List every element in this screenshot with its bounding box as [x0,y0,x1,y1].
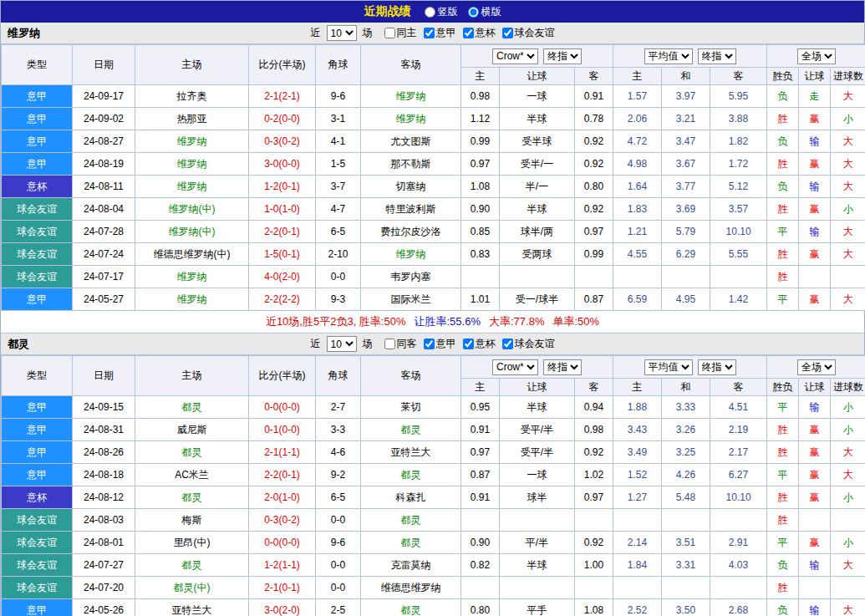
filter-checkbox-input[interactable] [463,28,474,38]
euro-home-odds-cell: 6.59 [613,288,662,311]
table-row: 球会友谊24-07-17维罗纳4-0(2-0)0-0韦罗内塞胜 [2,266,865,288]
asian-home-odds-cell [461,577,500,599]
corner-cell: 9-2 [316,464,361,486]
away-team-cell: 国际米兰 [361,288,461,311]
date-cell: 24-08-11 [73,176,135,198]
corner-cell: 4-7 [316,198,361,221]
result-goals-cell: 小 [831,532,865,554]
away-team-cell: 都灵 [361,532,461,554]
euro-draw-odds-cell: 3.51 [662,532,710,554]
asian-away-odds-cell: 0.99 [575,243,613,266]
filter-checkbox-2[interactable]: 意杯 [458,337,496,351]
score-cell: 2-2(0-1) [249,221,316,243]
filter-checkbox-3[interactable]: 球会友谊 [497,337,555,351]
score-cell: 0-0(0-0) [249,532,316,554]
league-type-cell: 意甲 [2,396,73,419]
asian-handicap-cell: 半/一 [500,176,575,198]
euro-stage-select[interactable]: 终指 [698,48,736,64]
col-corner: 角球 [316,356,361,396]
corner-cell: 0-0 [316,509,361,532]
league-type-cell: 球会友谊 [2,532,73,554]
filter-checkbox-label: 球会友谊 [515,337,555,351]
filter-checkbox-1[interactable]: 意甲 [419,26,456,40]
filter-checkbox-0[interactable]: 同客 [379,337,417,351]
corner-cell: 9-3 [316,288,361,311]
layout-radio-vertical-input[interactable] [425,7,435,18]
asian-stage-select[interactable]: 终指 [543,48,582,64]
layout-radio-vertical[interactable]: 竖版 [425,5,458,19]
layout-radio-horizontal-input[interactable] [468,7,479,18]
filter-checkbox-input[interactable] [502,28,513,38]
euro-away-odds-cell: 10.10 [710,486,767,509]
filter-checkbox-input[interactable] [384,339,395,349]
corner-cell: 4-1 [316,130,361,153]
filter-checkbox-input[interactable] [502,339,513,349]
asian-source-select[interactable]: Crow* [492,359,538,375]
away-team-cell: 切塞纳 [361,176,461,198]
euro-source-select[interactable]: 平均值 [644,359,693,375]
team-section: 维罗纳 近 10 场 同主意甲意杯球会友谊 类型 日期 主场 [1,23,864,333]
subheader-cell: 进球数 [831,379,865,396]
euro-draw-odds-cell: 3.97 [662,85,710,108]
result-goals-cell: 大 [831,130,865,153]
league-type-cell: 球会友谊 [2,266,73,288]
table-row: 球会友谊24-07-28维罗纳(中)2-2(0-1)6-5费拉尔皮沙洛0.85球… [2,221,865,243]
filter-checkboxes: 同主意甲意杯球会友谊 [379,26,555,40]
euro-away-odds-cell: 4.51 [710,396,767,419]
filter-checkbox-2[interactable]: 意杯 [458,26,496,40]
filter-checkbox-input[interactable] [384,28,395,38]
euro-stage-select[interactable]: 终指 [698,359,736,375]
result-goals-cell: 大 [831,464,865,486]
league-type-cell: 意甲 [2,288,73,311]
result-outcome-cell: 胜 [767,441,799,464]
filter-checkbox-0[interactable]: 同主 [379,26,417,40]
date-cell: 24-09-02 [73,108,135,130]
filter-checkbox-input[interactable] [463,339,474,349]
euro-source-select[interactable]: 平均值 [644,48,693,64]
match-count-select[interactable]: 10 [327,336,357,352]
filter-checkbox-input[interactable] [424,28,435,38]
result-outcome-cell: 胜 [767,198,799,221]
subheader-cell: 胜负 [767,379,799,396]
date-cell: 24-08-01 [73,532,135,554]
result-scope-select[interactable]: 全场 [797,359,836,375]
away-team-cell: 都灵 [361,464,461,486]
result-goals-cell: 小 [831,396,865,419]
result-outcome-cell: 胜 [767,243,799,266]
date-cell: 24-08-04 [73,198,135,221]
date-cell: 24-05-26 [73,599,135,616]
league-type-cell: 意甲 [2,441,73,464]
date-cell: 24-07-27 [73,554,135,577]
score-cell: 2-1(0-1) [249,577,316,599]
euro-away-odds-cell: 1.72 [710,153,767,176]
away-team-cell: 费拉尔皮沙洛 [361,221,461,243]
result-scope-select[interactable]: 全场 [797,48,836,64]
asian-away-odds-cell: 0.78 [575,108,613,130]
result-outcome-cell: 平 [767,532,799,554]
euro-away-odds-cell: 1.42 [710,288,767,311]
table-row: 球会友谊24-07-24维德思维罗纳(中)1-5(0-1)2-10维罗纳0.83… [2,243,865,266]
corner-cell: 2-7 [316,396,361,419]
match-count-select[interactable]: 10 [327,25,357,41]
result-outcome-cell: 负 [767,85,799,108]
asian-stage-select[interactable]: 终指 [543,359,582,375]
asian-away-odds-cell: 0.92 [575,532,613,554]
asian-source-select[interactable]: Crow* [492,48,538,64]
col-score: 比分(半场) [249,356,316,396]
filter-checkbox-1[interactable]: 意甲 [419,337,456,351]
table-row: 意甲24-09-15都灵0-0(0-0)2-7莱切0.95半球0.941.883… [2,396,865,419]
filter-checkboxes: 同客意甲意杯球会友谊 [379,337,555,351]
team-name: 维罗纳 [8,26,40,41]
asian-odds-group: Crow*终指 [461,356,613,379]
filter-checkbox-input[interactable] [424,339,435,349]
date-cell: 24-09-17 [73,85,135,108]
subheader-cell: 让球 [799,379,831,396]
subheader-cell: 和 [662,68,710,85]
score-cell: 3-0(0-0) [249,153,316,176]
layout-radio-horizontal[interactable]: 横版 [468,5,501,19]
league-type-cell: 意甲 [2,419,73,441]
filter-checkbox-3[interactable]: 球会友谊 [497,26,555,40]
euro-home-odds-cell [613,266,662,288]
euro-draw-odds-cell: 3.67 [662,153,710,176]
date-cell: 24-08-03 [73,509,135,532]
